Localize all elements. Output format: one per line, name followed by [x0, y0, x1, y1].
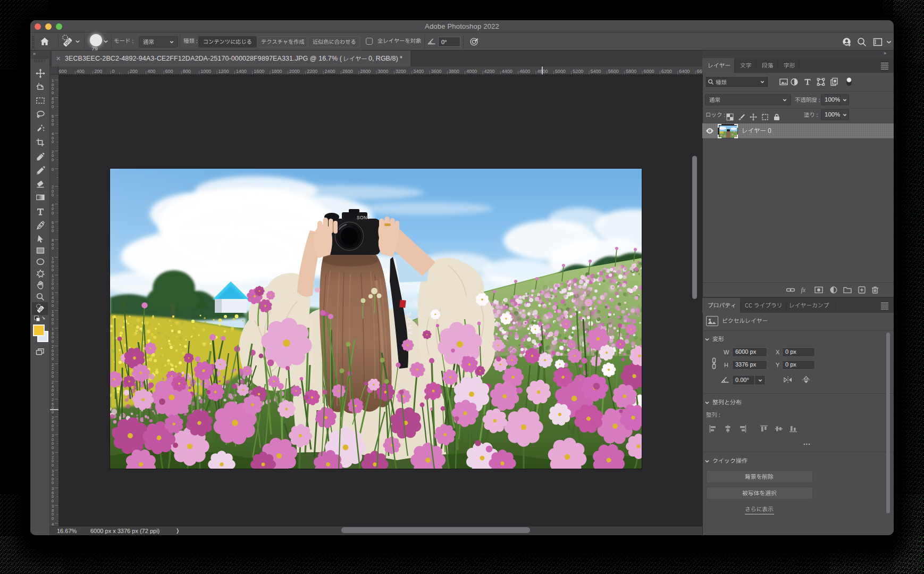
- svg-text:fx: fx: [801, 286, 806, 294]
- svg-text:0: 0: [52, 167, 54, 172]
- svg-text:1000: 1000: [200, 69, 211, 74]
- svg-text:4200: 4200: [484, 69, 495, 74]
- svg-text:0: 0: [52, 374, 54, 379]
- svg-text:800: 800: [183, 69, 191, 74]
- svg-text:6600: 6600: [697, 69, 703, 74]
- svg-text:0: 0: [112, 69, 115, 74]
- svg-text:2000: 2000: [289, 69, 300, 74]
- svg-text:400: 400: [77, 69, 85, 74]
- svg-text:600: 600: [165, 69, 173, 74]
- svg-text:0: 0: [52, 246, 54, 251]
- svg-text:0: 0: [52, 410, 54, 414]
- svg-text:5000: 5000: [555, 69, 566, 74]
- svg-text:0: 0: [52, 480, 54, 485]
- svg-text:0: 0: [52, 286, 54, 290]
- svg-text:2200: 2200: [307, 69, 317, 74]
- svg-text:400: 400: [147, 69, 155, 74]
- svg-text:0: 0: [52, 139, 54, 144]
- svg-text:0: 0: [52, 498, 54, 503]
- svg-text:3800: 3800: [449, 69, 459, 74]
- svg-text:4400: 4400: [502, 69, 513, 74]
- svg-text:5800: 5800: [626, 69, 636, 74]
- svg-text:0: 0: [52, 516, 54, 521]
- svg-text:SONY: SONY: [357, 215, 371, 220]
- svg-text:200: 200: [94, 69, 102, 74]
- svg-text:1200: 1200: [219, 69, 229, 74]
- svg-text:0: 0: [52, 228, 54, 233]
- svg-text:0: 0: [52, 90, 54, 95]
- svg-text:2400: 2400: [325, 69, 335, 74]
- svg-text:6400: 6400: [679, 69, 690, 74]
- svg-text:0: 0: [52, 392, 54, 397]
- svg-text:0: 0: [52, 339, 54, 344]
- svg-text:4000: 4000: [466, 69, 477, 74]
- svg-text:0: 0: [52, 268, 54, 272]
- svg-text:0: 0: [52, 104, 54, 109]
- svg-text:1800: 1800: [272, 69, 282, 74]
- svg-text:2800: 2800: [360, 69, 371, 74]
- svg-text:600: 600: [59, 69, 67, 74]
- svg-text:3200: 3200: [396, 69, 406, 74]
- svg-text:6200: 6200: [661, 69, 672, 74]
- svg-text:5600: 5600: [608, 69, 619, 74]
- svg-text:0: 0: [52, 193, 54, 197]
- svg-text:6000: 6000: [644, 69, 654, 74]
- svg-text:3600: 3600: [431, 69, 442, 74]
- svg-text:1600: 1600: [254, 69, 264, 74]
- svg-text:0: 0: [52, 122, 54, 127]
- svg-text:0: 0: [52, 356, 54, 361]
- svg-text:0: 0: [52, 427, 54, 432]
- svg-text:3000: 3000: [378, 69, 389, 74]
- svg-text:1400: 1400: [236, 69, 247, 74]
- svg-text:0: 0: [52, 463, 54, 468]
- svg-text:3400: 3400: [413, 69, 424, 74]
- svg-text:4600: 4600: [519, 69, 530, 74]
- svg-text:200: 200: [130, 69, 138, 74]
- svg-text:0: 0: [52, 321, 54, 326]
- svg-text:0: 0: [52, 157, 54, 162]
- svg-text:0: 0: [52, 211, 54, 215]
- svg-text:0: 0: [52, 445, 54, 450]
- svg-text:2600: 2600: [342, 69, 353, 74]
- svg-text:5400: 5400: [591, 69, 601, 74]
- svg-text:5200: 5200: [573, 69, 583, 74]
- svg-text:0: 0: [52, 303, 54, 308]
